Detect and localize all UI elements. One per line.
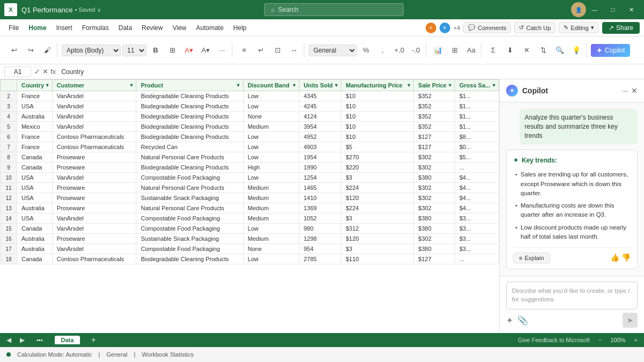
table-cell[interactable]: Biodegradable Cleaning Products bbox=[136, 122, 243, 132]
table-cell[interactable]: ... bbox=[455, 162, 499, 173]
table-cell[interactable]: $224 bbox=[341, 203, 414, 213]
table-cell[interactable]: 2785 bbox=[299, 254, 341, 264]
sheet-nav-right[interactable]: ▶ bbox=[20, 336, 25, 344]
table-cell[interactable]: Low bbox=[243, 142, 299, 152]
table-cell[interactable]: $110 bbox=[341, 254, 414, 264]
table-cell[interactable]: 1990 bbox=[299, 162, 341, 173]
table-cell[interactable]: $352 bbox=[414, 112, 455, 122]
table-cell[interactable]: Australia bbox=[17, 234, 52, 244]
table-cell[interactable]: $220 bbox=[341, 162, 414, 173]
table-cell[interactable]: $1... bbox=[455, 112, 499, 122]
copilot-button[interactable]: ✦ Copilot bbox=[591, 44, 630, 57]
menu-item-automate[interactable]: Automate bbox=[192, 22, 228, 34]
table-cell[interactable]: Medium bbox=[243, 213, 299, 224]
table-cell[interactable]: Biodegradable Cleaning Products bbox=[136, 162, 243, 173]
col-header-product[interactable]: Product ▼ bbox=[136, 80, 243, 91]
col-header-discount[interactable]: Discount Band ▼ bbox=[243, 80, 299, 91]
table-cell[interactable]: $10 bbox=[341, 132, 414, 142]
table-cell[interactable]: Natural Personal Care Products bbox=[136, 183, 243, 193]
search-box[interactable]: ⌕ Search bbox=[264, 3, 404, 16]
table-cell[interactable]: $10 bbox=[341, 122, 414, 132]
filter-icon-manuf-price[interactable]: ▼ bbox=[406, 83, 411, 88]
table-cell[interactable]: Proseware bbox=[52, 152, 136, 162]
table-cell[interactable]: 4903 bbox=[299, 142, 341, 152]
filter-icon-discount[interactable]: ▼ bbox=[292, 83, 297, 88]
clear-button[interactable]: ✕ bbox=[519, 43, 534, 58]
table-cell[interactable]: $302 bbox=[414, 183, 455, 193]
increase-decimal-button[interactable]: +.0 bbox=[392, 43, 407, 58]
add-sheet-button[interactable]: + bbox=[91, 335, 96, 345]
table-cell[interactable]: Australia bbox=[17, 244, 52, 254]
table-cell[interactable]: Sustainable Snack Packaging bbox=[136, 193, 243, 203]
sparkle-button[interactable]: ✦ bbox=[506, 315, 513, 326]
table-cell[interactable]: Compostable Food Packaging bbox=[136, 244, 243, 254]
table-cell[interactable]: VanArsdel bbox=[52, 173, 136, 183]
table-cell[interactable]: USA bbox=[17, 183, 52, 193]
format-painter-button[interactable]: 🖌 bbox=[40, 43, 55, 58]
col-header-units[interactable]: Units Sold ▼ bbox=[299, 80, 341, 91]
table-cell[interactable]: 1052 bbox=[299, 213, 341, 224]
table-cell[interactable]: Canada bbox=[17, 224, 52, 234]
table-cell[interactable]: $3... bbox=[455, 244, 499, 254]
table-cell[interactable]: Medium bbox=[243, 183, 299, 193]
table-cell[interactable]: ... bbox=[455, 254, 499, 264]
table-cell[interactable]: Canada bbox=[17, 162, 52, 173]
table-cell[interactable]: $1... bbox=[455, 101, 499, 112]
table-cell[interactable]: None bbox=[243, 112, 299, 122]
fill-color-button[interactable]: A▾ bbox=[181, 43, 196, 58]
table-cell[interactable]: Contoso Pharmaceuticals bbox=[52, 254, 136, 264]
table-cell[interactable]: $380 bbox=[414, 173, 455, 183]
spreadsheet[interactable]: Country ▼ Customer ▼ Product ▼ Discoun bbox=[0, 79, 499, 333]
table-cell[interactable]: VanArsdel bbox=[52, 101, 136, 112]
ideas-button[interactable]: 💡 bbox=[569, 43, 584, 58]
table-cell[interactable]: $1... bbox=[455, 122, 499, 132]
redo-button[interactable]: ↪ bbox=[23, 43, 38, 58]
table-cell[interactable]: Medium bbox=[243, 203, 299, 213]
zoom-increase-button[interactable]: + bbox=[634, 337, 638, 343]
table-cell[interactable]: Low bbox=[243, 152, 299, 162]
table-cell[interactable]: France bbox=[17, 132, 52, 142]
checkmark-icon[interactable]: ✓ bbox=[34, 68, 40, 76]
table-cell[interactable]: 4245 bbox=[299, 101, 341, 112]
table-cell[interactable]: High bbox=[243, 162, 299, 173]
function-icon[interactable]: fx bbox=[50, 68, 56, 76]
comments-button[interactable]: 💬 Comments bbox=[463, 22, 511, 33]
table-cell[interactable]: $224 bbox=[341, 183, 414, 193]
cancel-icon[interactable]: ✕ bbox=[42, 68, 48, 76]
table-cell[interactable]: 3954 bbox=[299, 122, 341, 132]
thumbup-icon[interactable]: 👍 bbox=[610, 252, 619, 263]
table-cell[interactable]: Biodegradable Cleaning Products bbox=[136, 254, 243, 264]
table-format-button[interactable]: ⊞ bbox=[447, 43, 462, 58]
attach-button[interactable]: 📎 bbox=[517, 315, 528, 326]
share-button[interactable]: ↗ Share bbox=[602, 22, 640, 34]
conditional-format-button[interactable]: 📊 bbox=[430, 43, 445, 58]
table-cell[interactable]: 1410 bbox=[299, 193, 341, 203]
cell-style-button[interactable]: Aa bbox=[464, 43, 479, 58]
table-cell[interactable]: Australia bbox=[17, 203, 52, 213]
table-cell[interactable]: 1298 bbox=[299, 234, 341, 244]
table-cell[interactable]: $380 bbox=[414, 224, 455, 234]
table-cell[interactable]: Natural Personal Care Products bbox=[136, 203, 243, 213]
send-button[interactable]: ➤ bbox=[623, 313, 638, 328]
table-cell[interactable]: Recycled Can bbox=[136, 142, 243, 152]
more-font-button[interactable]: ··· bbox=[215, 43, 230, 58]
col-header-country[interactable]: Country ▼ bbox=[17, 80, 52, 91]
close-button[interactable]: ✕ bbox=[623, 3, 640, 16]
table-cell[interactable]: Proseware bbox=[52, 234, 136, 244]
user-avatar[interactable]: 👤 bbox=[571, 2, 586, 17]
indent-button[interactable]: ↔ bbox=[287, 43, 302, 58]
table-cell[interactable]: $127 bbox=[414, 142, 455, 152]
editing-button[interactable]: ✎ Editing ▾ bbox=[559, 22, 599, 33]
col-header-customer[interactable]: Customer ▼ bbox=[52, 80, 136, 91]
table-cell[interactable]: VanArsdel bbox=[52, 122, 136, 132]
table-cell[interactable]: Medium bbox=[243, 193, 299, 203]
filter-icon-units[interactable]: ▼ bbox=[334, 83, 339, 88]
filter-icon-sale-price[interactable]: ▼ bbox=[448, 83, 452, 88]
table-cell[interactable]: USA bbox=[17, 173, 52, 183]
table-cell[interactable]: $120 bbox=[341, 193, 414, 203]
table-cell[interactable]: Proseware bbox=[52, 203, 136, 213]
table-cell[interactable]: $3... bbox=[455, 234, 499, 244]
table-cell[interactable]: $10 bbox=[341, 91, 414, 101]
filter-icon-country[interactable]: ▼ bbox=[45, 83, 50, 88]
table-cell[interactable]: $302 bbox=[414, 234, 455, 244]
